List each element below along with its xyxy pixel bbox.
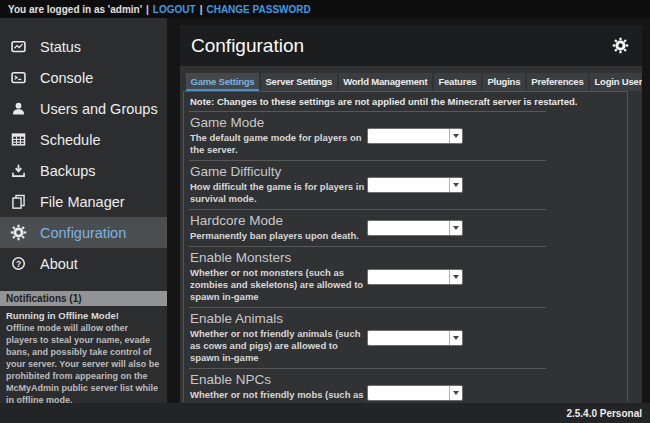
- setting-name: Enable Monsters: [190, 250, 367, 265]
- setting-enable-animals: Enable Animals Whether or not friendly a…: [189, 308, 546, 369]
- setting-name: Enable NPCs: [190, 372, 367, 387]
- setting-description: The default game mode for players on the…: [190, 132, 367, 156]
- separator: |: [146, 4, 149, 15]
- sidebar-item-label: About: [40, 256, 78, 272]
- file-manager-icon: [10, 193, 27, 210]
- setting-hardcore-mode: Hardcore Mode Permanently ban players up…: [189, 210, 546, 247]
- enable-animals-dropdown[interactable]: [367, 330, 463, 346]
- sidebar-item-console[interactable]: Console: [0, 62, 167, 93]
- status-icon: [10, 38, 27, 55]
- setting-description: Permanently ban players upon death.: [190, 230, 367, 242]
- backups-icon: [10, 162, 27, 179]
- sidebar-item-label: Console: [40, 70, 93, 86]
- main-content: Game SettingsServer SettingsWorld Manage…: [180, 66, 642, 403]
- sidebar-item-status[interactable]: Status: [0, 31, 167, 62]
- settings-column: Note: Changes to these settings are not …: [189, 95, 546, 402]
- setting-description: Whether or not friendly animals (such as…: [190, 328, 367, 364]
- setting-name: Game Difficulty: [190, 164, 367, 179]
- sidebar-nav: Status Console Users and Groups Schedule…: [0, 18, 167, 279]
- svg-text:?: ?: [16, 259, 21, 269]
- enable-npcs-dropdown[interactable]: [367, 385, 463, 401]
- tab-login-users[interactable]: Login Users: [590, 73, 642, 91]
- sidebar-item-file-manager[interactable]: File Manager: [0, 186, 167, 217]
- version-label: 2.5.4.0 Personal: [566, 408, 642, 419]
- enable-monsters-dropdown[interactable]: [367, 269, 463, 285]
- sidebar-item-label: Schedule: [40, 132, 100, 148]
- dropdown-arrow-icon: [449, 331, 462, 345]
- sidebar-item-backups[interactable]: Backups: [0, 155, 167, 186]
- tab-bar: Game SettingsServer SettingsWorld Manage…: [186, 73, 628, 91]
- change-password-link[interactable]: CHANGE PASSWORD: [206, 4, 310, 15]
- logout-link[interactable]: LOGOUT: [153, 4, 196, 15]
- setting-name: Game Mode: [190, 115, 367, 130]
- tab-server-settings[interactable]: Server Settings: [261, 73, 337, 91]
- tab-world-management[interactable]: World Management: [339, 73, 432, 91]
- sidebar-item-label: Backups: [40, 163, 96, 179]
- sidebar: Status Console Users and Groups Schedule…: [0, 18, 167, 403]
- sidebar-item-label: Users and Groups: [40, 101, 158, 117]
- main-panel: Configuration Game SettingsServer Settin…: [180, 25, 642, 403]
- users-icon: [10, 100, 27, 117]
- tab-plugins[interactable]: Plugins: [483, 73, 525, 91]
- setting-description: Whether or not monsters (such as zombies…: [190, 267, 367, 303]
- setting-game-difficulty: Game Difficulty How difficult the game i…: [189, 161, 546, 210]
- sidebar-item-about[interactable]: ? About: [0, 248, 167, 279]
- help-icon: ?: [10, 255, 27, 272]
- sidebar-item-label: Status: [40, 39, 81, 55]
- top-bar: You are logged in as 'admin' | LOGOUT | …: [0, 0, 650, 18]
- setting-enable-monsters: Enable Monsters Whether or not monsters …: [189, 247, 546, 308]
- console-icon: [10, 69, 27, 86]
- notification-body: Offline mode will allow other players to…: [0, 322, 167, 403]
- hardcore-mode-dropdown[interactable]: [367, 220, 463, 236]
- setting-description: How difficult the game is for players in…: [190, 181, 367, 205]
- dropdown-arrow-icon: [449, 386, 462, 400]
- sidebar-item-label: Configuration: [40, 225, 126, 241]
- setting-game-mode: Game Mode The default game mode for play…: [189, 112, 546, 161]
- gear-icon[interactable]: [612, 37, 629, 54]
- dropdown-arrow-icon: [449, 270, 462, 284]
- setting-name: Hardcore Mode: [190, 213, 367, 228]
- tab-features[interactable]: Features: [434, 73, 481, 91]
- gear-icon: [10, 224, 27, 241]
- game-mode-dropdown[interactable]: [367, 128, 463, 144]
- dropdown-arrow-icon: [449, 178, 462, 192]
- notifications-header: Notifications (1): [0, 291, 167, 306]
- game-difficulty-dropdown[interactable]: [367, 177, 463, 193]
- sidebar-item-configuration[interactable]: Configuration: [0, 217, 167, 248]
- setting-enable-npcs: Enable NPCs Whether or not friendly mobs…: [189, 369, 546, 402]
- schedule-icon: [10, 131, 27, 148]
- main-header: Configuration: [180, 25, 642, 66]
- dropdown-arrow-icon: [449, 221, 462, 235]
- sidebar-item-users-and-groups[interactable]: Users and Groups: [0, 93, 167, 124]
- sidebar-item-schedule[interactable]: Schedule: [0, 124, 167, 155]
- notification-title: Running in Offline Mode!: [0, 306, 167, 322]
- tab-game-settings[interactable]: Game Settings: [186, 73, 259, 91]
- page-title: Configuration: [191, 35, 304, 57]
- setting-name: Enable Animals: [190, 311, 367, 326]
- sidebar-item-label: File Manager: [40, 194, 125, 210]
- separator: |: [200, 4, 203, 15]
- settings-list: Game Mode The default game mode for play…: [189, 112, 546, 402]
- setting-description: Whether or not friendly mobs (such as vi…: [190, 389, 367, 402]
- bottom-bar: 2.5.4.0 Personal: [0, 403, 650, 423]
- tab-panel: Note: Changes to these settings are not …: [183, 91, 628, 402]
- restart-note: Note: Changes to these settings are not …: [189, 95, 546, 112]
- dropdown-arrow-icon: [449, 129, 462, 143]
- logged-in-text: You are logged in as 'admin': [8, 4, 142, 15]
- tab-preferences[interactable]: Preferences: [527, 73, 588, 91]
